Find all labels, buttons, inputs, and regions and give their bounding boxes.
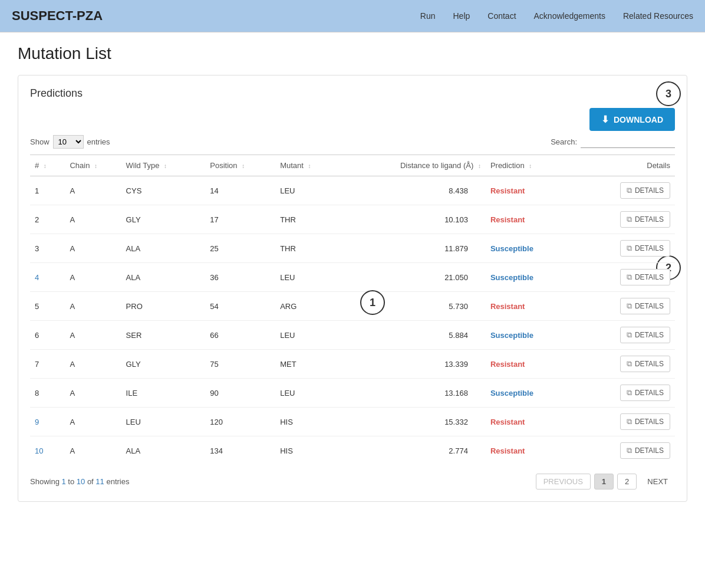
cell-num: 5 (30, 292, 65, 321)
table-controls: Show 10 25 50 100 entries Search: (30, 135, 675, 149)
table-row: 9 A LEU 120 HIS 15.332 Resistant ⧉ DETAI… (30, 408, 675, 436)
cell-mutant: ARG (275, 292, 345, 321)
details-label: DETAILS (635, 446, 664, 455)
cell-prediction: Susceptible (486, 234, 584, 263)
cell-distance: 5.884 (345, 321, 486, 350)
cell-num: 6 (30, 321, 65, 350)
external-link-icon: ⧉ (627, 446, 632, 455)
row-num-link[interactable]: 9 (35, 418, 39, 426)
cell-wildtype: LEU (121, 408, 206, 436)
cell-mutant: LEU (275, 379, 345, 408)
details-button[interactable]: ⧉ DETAILS (620, 356, 670, 372)
row-num: 2 (35, 215, 39, 224)
cell-chain: A (65, 234, 121, 263)
row-num-link[interactable]: 10 (35, 446, 43, 455)
download-button[interactable]: ⬇ DOWNLOAD (589, 108, 675, 131)
details-label: DETAILS (635, 331, 664, 339)
details-button[interactable]: ⧉ DETAILS (620, 327, 670, 343)
details-button[interactable]: ⧉ DETAILS (620, 413, 670, 430)
cell-details: ⧉ DETAILS (584, 292, 675, 321)
row-num-link[interactable]: 4 (35, 273, 39, 282)
cell-details: ⧉ DETAILS (584, 234, 675, 263)
col-header-chain[interactable]: Chain ↕ (65, 155, 121, 176)
cell-prediction: Susceptible (486, 379, 584, 408)
cell-prediction: Resistant (486, 205, 584, 234)
cell-prediction: Susceptible (486, 263, 584, 292)
cell-chain: A (65, 436, 121, 465)
main-content: Mutation List Predictions 3 ⬇ DOWNLOAD S… (0, 32, 705, 514)
col-header-num[interactable]: # ↕ (30, 155, 65, 176)
cell-position: 120 (205, 408, 275, 436)
details-button[interactable]: ⧉ DETAILS (620, 385, 670, 401)
nav-related-resources[interactable]: Related Resources (623, 11, 693, 21)
cell-chain: A (65, 292, 121, 321)
details-button[interactable]: ⧉ DETAILS (620, 182, 670, 199)
search-input[interactable] (581, 136, 675, 148)
badge-1: 1 (360, 290, 385, 315)
cell-mutant: HIS (275, 408, 345, 436)
nav-contact[interactable]: Contact (487, 11, 516, 21)
nav-run[interactable]: Run (420, 11, 436, 21)
details-label: DETAILS (635, 244, 664, 252)
cell-details: ⧉ DETAILS (584, 379, 675, 408)
details-button[interactable]: ⧉ DETAILS (620, 269, 670, 285)
details-button[interactable]: ⧉ DETAILS (620, 298, 670, 314)
cell-distance: 21.050 (345, 263, 486, 292)
col-header-details: Details (584, 155, 675, 176)
external-link-icon: ⧉ (627, 272, 632, 282)
nav-help[interactable]: Help (453, 11, 470, 21)
col-header-distance[interactable]: Distance to ligand (Å) ↕ (345, 155, 486, 176)
details-button[interactable]: ⧉ DETAILS (620, 442, 670, 459)
cell-details: ⧉ DETAILS (584, 408, 675, 436)
pagination-row: Showing 1 to 10 of 11 entries PREVIOUS 1… (30, 474, 675, 490)
cell-prediction: Susceptible (486, 321, 584, 350)
cell-position: 54 (205, 292, 275, 321)
page-1-button[interactable]: 1 (594, 474, 614, 490)
row-num: 3 (35, 244, 39, 253)
cell-wildtype: SER (121, 321, 206, 350)
nav-acknowledgements[interactable]: Acknowledgements (534, 11, 605, 21)
cell-distance: 8.438 (345, 176, 486, 205)
cell-mutant: LEU (275, 263, 345, 292)
predictions-card: Predictions 3 ⬇ DOWNLOAD Show 10 25 50 1… (18, 75, 687, 502)
cell-prediction: Resistant (486, 292, 584, 321)
cell-prediction: Resistant (486, 408, 584, 436)
col-header-mutant[interactable]: Mutant ↕ (275, 155, 345, 176)
page-2-button[interactable]: 2 (617, 474, 637, 490)
cell-num: 9 (30, 408, 65, 436)
cell-distance: 15.332 (345, 408, 486, 436)
cell-mutant: THR (275, 234, 345, 263)
external-link-icon: ⧉ (627, 215, 632, 224)
cell-details: ⧉ DETAILS (584, 436, 675, 465)
details-button[interactable]: ⧉ DETAILS (620, 240, 670, 257)
cell-chain: A (65, 408, 121, 436)
details-button[interactable]: ⧉ DETAILS (620, 211, 670, 228)
pagination-end: 10 (77, 477, 85, 486)
cell-mutant: HIS (275, 436, 345, 465)
cell-distance: 2.774 (345, 436, 486, 465)
row-num: 7 (35, 360, 39, 369)
cell-num: 4 (30, 263, 65, 292)
cell-position: 14 (205, 176, 275, 205)
entries-per-page-select[interactable]: 10 25 50 100 (53, 135, 84, 149)
cell-num: 3 (30, 234, 65, 263)
table-header-row: # ↕ Chain ↕ Wild Type ↕ Position ↕ Mutan (30, 155, 675, 176)
page-title: Mutation List (18, 44, 687, 63)
entries-label: entries (87, 137, 110, 146)
next-page-button[interactable]: NEXT (640, 474, 675, 489)
previous-page-button[interactable]: PREVIOUS (536, 474, 591, 490)
row-num: 6 (35, 331, 39, 340)
cell-position: 36 (205, 263, 275, 292)
col-header-position[interactable]: Position ↕ (205, 155, 275, 176)
col-header-prediction[interactable]: Prediction ↕ (486, 155, 584, 176)
details-label: DETAILS (635, 389, 664, 397)
cell-position: 90 (205, 379, 275, 408)
table-wrapper: 1 # ↕ Chain ↕ Wild Type ↕ (30, 155, 675, 465)
cell-chain: A (65, 205, 121, 234)
table-row: 4 A ALA 36 LEU 21.050 Susceptible ⧉ DETA… (30, 263, 675, 292)
cell-distance: 10.103 (345, 205, 486, 234)
cell-position: 75 (205, 350, 275, 379)
cell-distance: 13.168 (345, 379, 486, 408)
table-row: 3 A ALA 25 THR 11.879 Susceptible ⧉ DETA… (30, 234, 675, 263)
col-header-wildtype[interactable]: Wild Type ↕ (121, 155, 206, 176)
